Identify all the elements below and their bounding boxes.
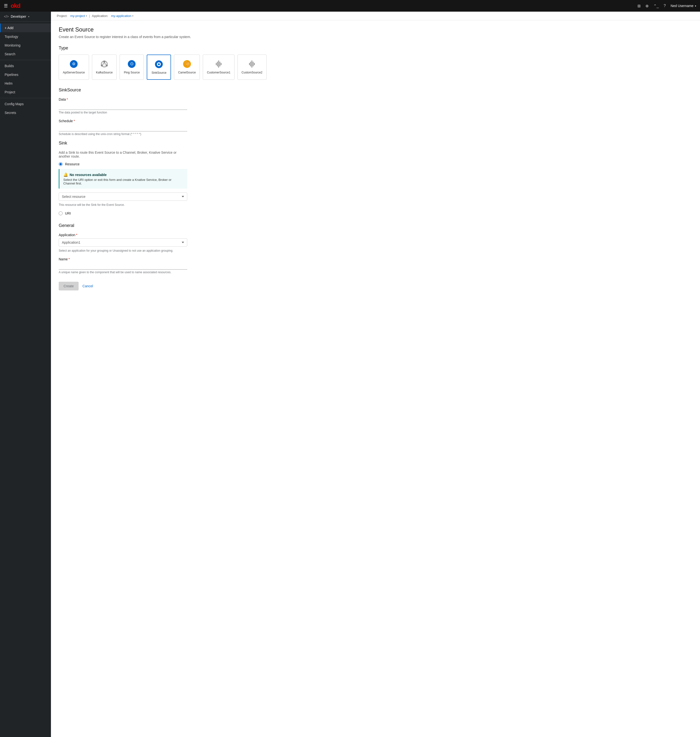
sink-description: Add a Sink to route this Event Source to… (59, 151, 187, 158)
data-input[interactable] (59, 103, 187, 110)
sidebar-chevron: ▾ (28, 15, 29, 18)
sink-section: Sink Add a Sink to route this Event Sour… (59, 141, 187, 215)
application-select[interactable]: Application1 (59, 238, 187, 247)
type-card-label-custom-source2: CustomSource2 (241, 71, 262, 74)
breadcrumb-project[interactable]: Project: my-project ▾ (57, 14, 87, 18)
sidebar-item-add[interactable]: + Add (0, 23, 51, 32)
schedule-label: Schedule* (59, 119, 187, 123)
svg-point-4 (103, 60, 105, 63)
warning-icon: 🔔 (63, 172, 68, 177)
sink-heading: Sink (59, 141, 187, 146)
breadcrumb-application[interactable]: Application: my-application ▾ (92, 14, 134, 18)
data-label: Data* (59, 97, 187, 101)
logo: okd (11, 2, 21, 9)
page-description: Create an Event Source to register inter… (59, 35, 692, 39)
type-card-api-server-source[interactable]: ⚙ ApiServerSource (59, 54, 89, 80)
type-card-label-camel-source: CamelSource (178, 71, 196, 74)
type-cards: ⚙ ApiServerSource KafkaSource ⊙ Pi (59, 54, 692, 80)
sidebar-item-topology[interactable]: Topology (0, 32, 51, 41)
type-section-heading: Type (59, 46, 692, 51)
sinksource-form-title: SinkSource (59, 88, 187, 92)
create-button[interactable]: Create (59, 282, 79, 291)
general-heading: General (59, 223, 187, 228)
user-menu-chevron: ▾ (695, 4, 696, 7)
schedule-hint: Schedule is described using the unix-cro… (59, 132, 187, 136)
header-right: ⊞ ⊕ ⌃_ ? Ned Username ▾ (637, 4, 696, 8)
ping-source-icon: ⊙ (127, 60, 136, 68)
page-title: Event Source (59, 26, 692, 33)
main-content: Event Source Create an Event Source to r… (51, 21, 700, 737)
type-card-label-sink-source: SinkSource (151, 71, 166, 75)
svg-text:⊙: ⊙ (130, 61, 134, 66)
kafka-source-icon (100, 60, 109, 68)
resource-radio-label: Resource (65, 162, 79, 166)
resource-radio-option[interactable]: Resource (59, 162, 187, 166)
schedule-input[interactable] (59, 124, 187, 131)
application-label: Application* (59, 233, 187, 237)
general-section: General Application* Application1 Select… (59, 223, 187, 274)
user-menu[interactable]: Ned Username ▾ (671, 4, 696, 8)
sidebar-item-pipelines[interactable]: Pipelines (0, 70, 51, 79)
type-card-custom-source2[interactable]: CustomSource2 (237, 54, 266, 80)
sidebar-item-search[interactable]: Search (0, 50, 51, 59)
username: Ned Username (671, 4, 693, 8)
type-card-ping-source[interactable]: ⊙ Ping Source (119, 54, 144, 80)
top-header: ☰ okd ⊞ ⊕ ⌃_ ? Ned Username ▾ (0, 0, 700, 12)
application-form-group: Application* Application1 Select an appl… (59, 233, 187, 253)
svg-point-13 (158, 63, 160, 65)
data-form-group: Data* The data posted to the target func… (59, 97, 187, 114)
warning-box-title: 🔔 No resources available (63, 172, 183, 177)
customer-source1-icon (215, 60, 223, 68)
type-card-customer-source1[interactable]: CustomerSource1 (203, 54, 235, 80)
button-row: Create Cancel (59, 282, 187, 291)
api-server-source-icon: ⚙ (69, 60, 78, 68)
sidebar-item-project[interactable]: Project (0, 88, 51, 97)
select-resource[interactable]: Select resource (59, 192, 187, 201)
help-icon[interactable]: ? (663, 4, 666, 8)
warning-box: 🔔 No resources available Select the URI … (59, 169, 187, 189)
type-card-label-api-server-source: ApiServerSource (63, 71, 85, 74)
main-layout: </> Developer ▾ + Add Topology Monitorin… (0, 12, 700, 737)
resource-radio[interactable] (59, 162, 63, 166)
add-icon[interactable]: ⊕ (646, 4, 649, 8)
sidebar-nav: + Add Topology Monitoring Search Builds … (0, 22, 51, 119)
sidebar-item-secrets[interactable]: Secrets (0, 109, 51, 117)
camel-source-icon: 🐪 (182, 60, 191, 68)
svg-point-6 (106, 65, 108, 66)
sidebar-context[interactable]: </> Developer ▾ (0, 12, 51, 22)
uri-radio-option[interactable]: URI (59, 211, 187, 215)
name-hint: A unique name given to the component tha… (59, 270, 187, 274)
data-hint: The data posted to the target function (59, 111, 187, 114)
sidebar-item-monitoring[interactable]: Monitoring (0, 41, 51, 50)
name-form-group: Name* A unique name given to the compone… (59, 257, 187, 274)
type-card-label-ping-source: Ping Source (124, 71, 140, 74)
sink-source-icon (154, 60, 163, 69)
sidebar-item-helm[interactable]: Helm (0, 79, 51, 88)
select-resource-group: Select resource This resource will be th… (59, 192, 187, 207)
select-resource-hint: This resource will be the Sink for the E… (59, 203, 187, 207)
application-hint: Select an application for your grouping … (59, 249, 187, 253)
type-card-sink-source[interactable]: SinkSource (147, 54, 171, 80)
sidebar-item-builds[interactable]: Builds (0, 62, 51, 70)
svg-point-5 (101, 65, 103, 66)
type-card-label-customer-source1: CustomerSource1 (207, 71, 231, 74)
dev-icon: </> (4, 15, 9, 18)
sidebar-context-label: Developer (11, 15, 26, 18)
name-input[interactable] (59, 263, 187, 270)
content-area: Project: my-project ▾ | Application: my-… (51, 12, 700, 737)
terminal-icon[interactable]: ⌃_ (653, 4, 659, 8)
type-card-label-kafka-source: KafkaSource (96, 71, 113, 74)
grid-icon[interactable]: ⊞ (637, 4, 641, 8)
cancel-button[interactable]: Cancel (82, 282, 93, 291)
breadcrumb: Project: my-project ▾ | Application: my-… (51, 12, 700, 21)
uri-radio[interactable] (59, 211, 63, 215)
hamburger-icon[interactable]: ☰ (4, 3, 8, 9)
svg-text:🐪: 🐪 (184, 61, 190, 67)
sidebar-item-config-maps[interactable]: Config Maps (0, 100, 51, 109)
breadcrumb-project-chevron: ▾ (86, 15, 87, 17)
type-card-kafka-source[interactable]: KafkaSource (92, 54, 117, 80)
type-card-camel-source[interactable]: 🐪 CamelSource (174, 54, 200, 80)
breadcrumb-app-chevron: ▾ (132, 15, 134, 17)
name-label: Name* (59, 257, 187, 261)
schedule-form-group: Schedule* Schedule is described using th… (59, 119, 187, 136)
